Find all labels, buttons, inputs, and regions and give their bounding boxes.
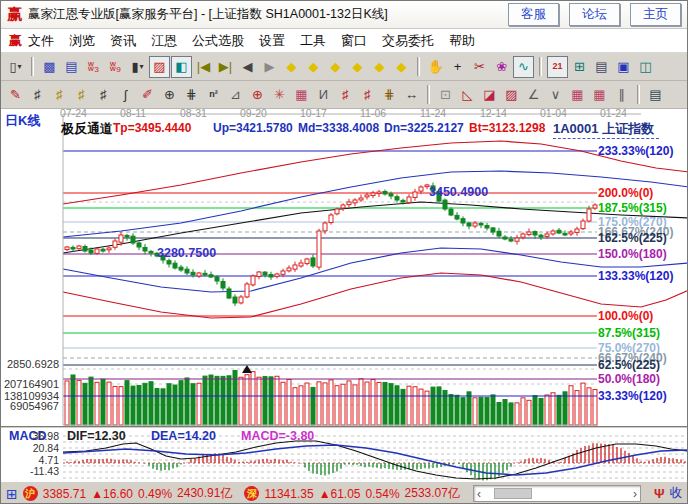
gann-diamond-nav-3[interactable]: ◆ bbox=[325, 56, 346, 78]
pattern-analysis-icon[interactable]: ▨ bbox=[149, 56, 170, 78]
toolbar-separator bbox=[31, 57, 34, 76]
gann-diamond-nav-1[interactable]: ◆ bbox=[281, 56, 302, 78]
candle-style-dropdown-glyph: ▮ bbox=[131, 60, 138, 73]
kline-period-dropdown[interactable]: ▯▾ bbox=[5, 56, 26, 78]
menu-trade[interactable]: 交易委托 bbox=[382, 32, 434, 50]
toolbar-separator bbox=[539, 57, 542, 76]
time-cycle-icon-glyph: ⊕ bbox=[164, 88, 175, 101]
golden-grid-icon[interactable]: ♯ bbox=[49, 84, 70, 106]
titlebar-button-home[interactable]: 主页 bbox=[630, 3, 681, 26]
gann-diamond-nav-2[interactable]: ◆ bbox=[303, 56, 324, 78]
spiral-calendar-icon-glyph: ʃ bbox=[124, 88, 127, 101]
cut-tool-icon[interactable]: ✂ bbox=[469, 56, 490, 78]
market-grid-icon[interactable]: ⊞ bbox=[6, 486, 18, 502]
date-tick-label: 07-24 bbox=[60, 107, 87, 119]
antenna-icon[interactable]: Ψ bbox=[654, 486, 665, 501]
mirror-tool-icon[interactable]: ⊿ bbox=[225, 84, 246, 106]
gann-diamond-nav-6[interactable]: ◆ bbox=[391, 56, 412, 78]
abacus-ruler-icon[interactable]: ⋕ bbox=[379, 84, 400, 106]
horizontal-scrollbar[interactable]: ‹ › bbox=[473, 485, 641, 502]
rect-zoom-icon[interactable]: ⊡ bbox=[435, 84, 456, 106]
scroll-right-icon[interactable]: › bbox=[633, 488, 637, 500]
sh-index-value: 3385.71 bbox=[43, 487, 86, 501]
dropdown-caret-icon: ▾ bbox=[18, 62, 22, 71]
market-quotes-icon[interactable]: ▩ bbox=[39, 56, 60, 78]
quote-list-icon[interactable]: ▤ bbox=[645, 84, 666, 106]
next-bar-icon[interactable]: ▶ bbox=[259, 56, 280, 78]
gann-grid-icon[interactable]: ♯ bbox=[27, 84, 48, 106]
angle-line-icon[interactable]: ∠ bbox=[523, 84, 544, 106]
target-cycle-icon[interactable]: ⊕ bbox=[247, 84, 268, 106]
prev-bar-icon[interactable]: ◀ bbox=[237, 56, 258, 78]
price-grid-axis-icon[interactable]: ▦ bbox=[589, 84, 610, 106]
fib-grid-icon[interactable]: ♯ bbox=[93, 84, 114, 106]
menu-tools[interactable]: 工具 bbox=[300, 32, 326, 50]
hand-tool-icon[interactable]: ✋ bbox=[425, 56, 446, 78]
n-wave-icon[interactable]: И bbox=[313, 84, 334, 106]
sh-index-pct: 0.49% bbox=[138, 487, 172, 501]
parallel-lines-icon[interactable]: ∥ bbox=[611, 84, 632, 106]
price-ruler-icon[interactable]: ⋕ bbox=[181, 84, 202, 106]
first-screen-icon[interactable]: |◀ bbox=[193, 56, 214, 78]
pencil-tool-icon[interactable]: ✎ bbox=[5, 84, 26, 106]
candle-style-dropdown[interactable]: ▮▾ bbox=[127, 56, 148, 78]
menu-formula-stock-pick[interactable]: 公式选股 bbox=[192, 32, 244, 50]
gann-diamond-nav-4[interactable]: ◆ bbox=[347, 56, 368, 78]
receive-label[interactable]: 收 bbox=[670, 485, 683, 502]
menu-gann[interactable]: 江恩 bbox=[151, 32, 177, 50]
golden-grid-2-icon[interactable]: ♯ bbox=[71, 84, 92, 106]
menu-window[interactable]: 窗口 bbox=[341, 32, 367, 50]
web-grid-icon[interactable]: ▦ bbox=[291, 84, 312, 106]
notes-icon-glyph: ▤ bbox=[595, 60, 607, 73]
macd-panel[interactable]: MACD DIF=12.30 DEA=14.20 MACD=-3.80 36.9… bbox=[1, 426, 687, 481]
shen-tool-icon[interactable]: ♯ bbox=[335, 84, 356, 106]
minutes-3-chart-icon[interactable]: ʬ₃ bbox=[83, 56, 104, 78]
width-measure-icon[interactable]: ↔ bbox=[401, 84, 422, 106]
gann-diamond-nav-5[interactable]: ◆ bbox=[369, 56, 390, 78]
kline-chart-area[interactable]: 日K线 极反通道 1A0001 上证指数 2850.6928 07-2408-1… bbox=[1, 109, 687, 426]
titlebar-button-service[interactable]: 客服 bbox=[508, 3, 559, 26]
wave-analysis-icon[interactable]: ∿ bbox=[513, 56, 534, 78]
wave-analysis-icon-glyph: ∿ bbox=[518, 60, 529, 73]
save-icon-glyph: ▣ bbox=[617, 60, 629, 73]
last-screen-icon[interactable]: ▶| bbox=[215, 56, 236, 78]
price-grid-icon[interactable]: ▦ bbox=[567, 84, 588, 106]
zigzag-icon[interactable]: ∨ bbox=[545, 84, 566, 106]
export-data-icon[interactable]: ◫ bbox=[635, 56, 656, 78]
pattern-analysis-icon-glyph: ▨ bbox=[153, 60, 165, 73]
last-screen-icon-glyph: ▶| bbox=[219, 60, 232, 73]
titlebar-button-forum[interactable]: 论坛 bbox=[569, 3, 620, 26]
gann-level-label: 50.0%(180) bbox=[598, 372, 660, 386]
crosshair-tool-icon[interactable]: + bbox=[447, 56, 468, 78]
export-data-icon-glyph: ◫ bbox=[639, 60, 651, 73]
flower-marker-icon[interactable]: ❀ bbox=[491, 56, 512, 78]
color-kline-icon[interactable]: ◧ bbox=[171, 56, 192, 78]
calendar-icon[interactable]: 21 bbox=[547, 56, 568, 78]
scrollbar-thumb[interactable] bbox=[494, 488, 532, 499]
save-icon[interactable]: ▣ bbox=[613, 56, 634, 78]
ray-fan-icon[interactable]: ◺ bbox=[457, 84, 478, 106]
shaded-fan-icon[interactable]: ◪ bbox=[479, 84, 500, 106]
menu-browse[interactable]: 浏览 bbox=[69, 32, 95, 50]
web-grid-icon-glyph: ▦ bbox=[295, 88, 307, 101]
macd-hist-value: MACD=-3.80 bbox=[241, 429, 314, 443]
measure-pencil-icon[interactable]: ✐ bbox=[137, 84, 158, 106]
menu-news[interactable]: 资讯 bbox=[110, 32, 136, 50]
n-square-icon[interactable]: n² bbox=[203, 84, 224, 106]
minutes-9-chart-icon[interactable]: ʬ₉ bbox=[105, 56, 126, 78]
sz-index-amount: 2533.07亿 bbox=[405, 485, 460, 502]
menu-settings[interactable]: 设置 bbox=[259, 32, 285, 50]
scroll-left-icon[interactable]: ‹ bbox=[477, 488, 481, 500]
f10-info-icon[interactable]: ▤ bbox=[61, 56, 82, 78]
menu-file[interactable]: 文件 bbox=[28, 32, 54, 50]
ying-tool-icon[interactable]: ♯ bbox=[357, 84, 378, 106]
spider-web-icon[interactable]: ✳ bbox=[269, 84, 290, 106]
gann-level-label: 200.0%(0) bbox=[598, 186, 653, 200]
menu-help[interactable]: 帮助 bbox=[449, 32, 475, 50]
hatch-box-icon[interactable]: ▨ bbox=[501, 84, 522, 106]
calculator-icon[interactable]: ⊞ bbox=[569, 56, 590, 78]
notes-icon[interactable]: ▤ bbox=[591, 56, 612, 78]
macd-scale-label: 36.98 bbox=[3, 430, 59, 442]
time-cycle-icon[interactable]: ⊕ bbox=[159, 84, 180, 106]
spiral-calendar-icon[interactable]: ʃ bbox=[115, 84, 136, 106]
